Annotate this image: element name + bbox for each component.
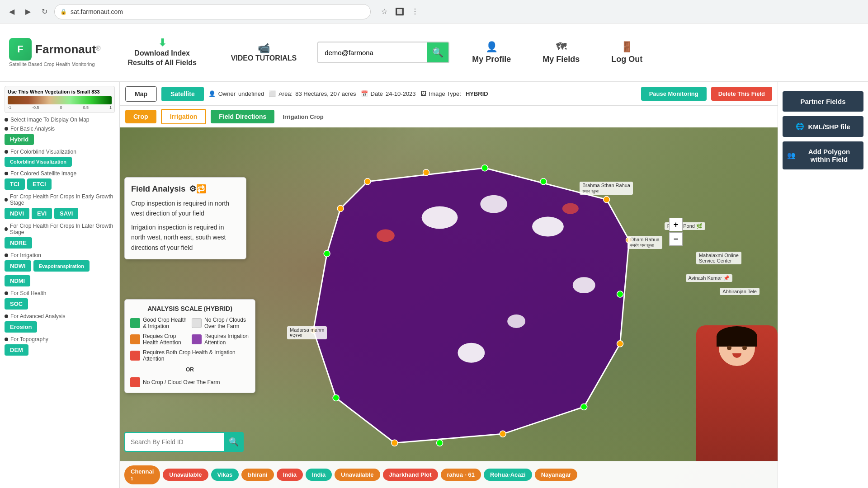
etci-btn[interactable]: ETCI [27,178,52,190]
search-button[interactable]: 🔍 [427,42,448,63]
hybrid-btn[interactable]: Hybrid [5,134,34,145]
dot-icon [5,127,8,131]
svg-point-3 [532,217,564,237]
ndwi-btn[interactable]: NDWI [5,260,31,272]
ndvi-btn[interactable]: NDVI [5,208,29,219]
analysis-body: Crop inspection is required in north wes… [131,198,240,253]
address-bar[interactable]: 🔒 sat.farmonaut.com [54,4,371,19]
field-id-search-input[interactable] [124,432,224,452]
forward-button[interactable]: ▶ [22,5,34,18]
tag-rohua[interactable]: Rohua-Acazi [484,469,532,481]
image-type-info: 🖼 Image Type: HYBRID [420,90,488,97]
colored-sat-label: For Colored Satellite Image [5,170,115,177]
header-search[interactable]: 🔍 [317,42,449,63]
tag-vikas[interactable]: Vikas [211,469,239,481]
map-label-dham: Dham Rahuaबजरंग धाम रहुआ [627,236,662,249]
tag-jharkhand[interactable]: Jharkhand Plot [383,469,438,481]
map-background[interactable]: Brahma Sthan Rahuaस्थान रहुआ Dham Rahuaब… [120,127,778,488]
bottom-tags: Chennai1 Unavailable Vikas bhirani India… [120,461,778,488]
back-button[interactable]: ◀ [5,5,18,18]
ndre-btn[interactable]: NDRE [5,237,32,249]
search-input[interactable] [318,42,427,62]
advanced-label: For Advanced Analysis [5,313,115,319]
colorblind-btn[interactable]: Colorblind Visualization [5,157,72,167]
delete-field-btn[interactable]: Delete This Field [711,87,772,101]
svg-point-5 [458,343,485,363]
partner-fields-btn[interactable]: Partner Fields [783,91,863,112]
dem-btn[interactable]: DEM [5,344,28,356]
topography-label: For Topography [5,336,115,343]
reload-button[interactable]: ↻ [38,5,51,18]
dot-icon [5,314,8,318]
menu-icon[interactable]: ⋮ [409,5,421,18]
owner-icon: 👤 [208,90,216,97]
url-text: sat.farmonaut.com [71,8,123,15]
video-tutorials-section[interactable]: 📹 VIDEO TUTORIALS [224,39,304,66]
erosion-btn[interactable]: Erosion [5,321,37,333]
pause-monitoring-btn[interactable]: Pause Monitoring [641,87,707,101]
tci-btn[interactable]: TCI [5,178,25,190]
soc-btn[interactable]: SOC [5,298,28,310]
map-toolbar-2: Crop Irrigation Field Directions Irrigat… [120,106,778,127]
map-search[interactable]: 🔍 [124,432,244,452]
browser-actions: ☆ 🔲 ⋮ [378,5,421,18]
tag-nayanagar[interactable]: Nayanagar [535,469,577,481]
tag-bhirani[interactable]: bhirani [241,469,274,481]
zoom-out-button[interactable]: − [669,232,683,246]
dot-icon [5,172,8,175]
area-info: ⬜ Area: 83 Hectares, 207 acres [269,90,356,97]
svg-point-10 [423,169,429,176]
svg-point-17 [581,404,587,410]
advanced-buttons: Erosion [5,321,115,333]
svg-point-19 [437,440,443,446]
analysis-body-1: Crop inspection is required in north wes… [131,198,240,219]
avatar-body [696,325,778,461]
image-icon: 🖼 [420,90,426,97]
bookmark-icon[interactable]: ☆ [378,5,391,18]
my-fields-nav[interactable]: 🗺 My Fields [533,38,589,68]
map-view-btn[interactable]: Map [125,86,157,102]
satellite-view-btn[interactable]: Satellite [161,87,204,101]
irrigation-btn[interactable]: Irrigation [161,109,207,124]
svg-point-18 [500,431,506,437]
scale-item-both: Requires Both Crop Health & Irrigation A… [130,349,250,362]
svg-point-16 [617,341,623,347]
scale-grid: Good Crop Health & Irrigation No Crop / … [130,317,250,387]
kml-icon: 🌐 [796,122,804,131]
map-container[interactable]: Map Satellite 👤 Owner undefined ⬜ Area: … [120,82,778,488]
basic-analysis-buttons: Hybrid [5,134,115,145]
tag-chennai[interactable]: Chennai1 [124,465,160,484]
dot-icon [5,150,8,154]
tag-india-2[interactable]: India [306,469,332,481]
field-search-button[interactable]: 🔍 [224,432,244,452]
tag-unavailable-2[interactable]: Unavailable [335,469,380,481]
or-label: OR [130,366,250,373]
analysis-body-2: Irrigation inspection is required in nor… [131,222,240,253]
fields-label: My Fields [542,55,580,64]
zoom-control[interactable]: + − [669,218,683,246]
kml-shp-btn[interactable]: 🌐 KML/SHP file [783,116,863,137]
ndmi-btn[interactable]: NDMI [5,275,30,286]
tag-india-1[interactable]: India [277,469,303,481]
download-section[interactable]: ⬇ Download Index Results of All Fields [114,33,210,71]
tag-rahua[interactable]: rahua - 61 [441,469,481,481]
zoom-in-button[interactable]: + [669,218,683,231]
tag-unavailable-1[interactable]: Unavailable [163,469,208,481]
soil-health-label: For Soil Health [5,290,115,296]
extensions-icon[interactable]: 🔲 [393,5,406,18]
evapotranspiration-btn[interactable]: Evapotranspiration [33,260,90,272]
evi-btn[interactable]: EVI [32,208,52,219]
sidebar: Use This When Vegetation is Small 833 -1… [0,82,120,488]
scale-item-good: Good Crop Health & Irrigation [130,317,188,329]
logout-nav[interactable]: 🚪 Log Out [602,38,651,68]
savi-btn[interactable]: SAVI [54,208,78,219]
crop-btn[interactable]: Crop [125,110,156,123]
svg-point-4 [573,277,595,293]
my-profile-nav[interactable]: 👤 My Profile [463,38,520,68]
add-polygon-btn[interactable]: 👥 Add Polygon within Field [783,141,863,169]
svg-point-2 [480,195,507,213]
irrigation-buttons: NDWI Evapotranspiration [5,260,115,272]
download-label: Download Index Results of All Fields [122,49,203,68]
irrigation-label: For Irrigation [5,252,115,258]
field-directions-btn[interactable]: Field Directions [211,110,274,123]
